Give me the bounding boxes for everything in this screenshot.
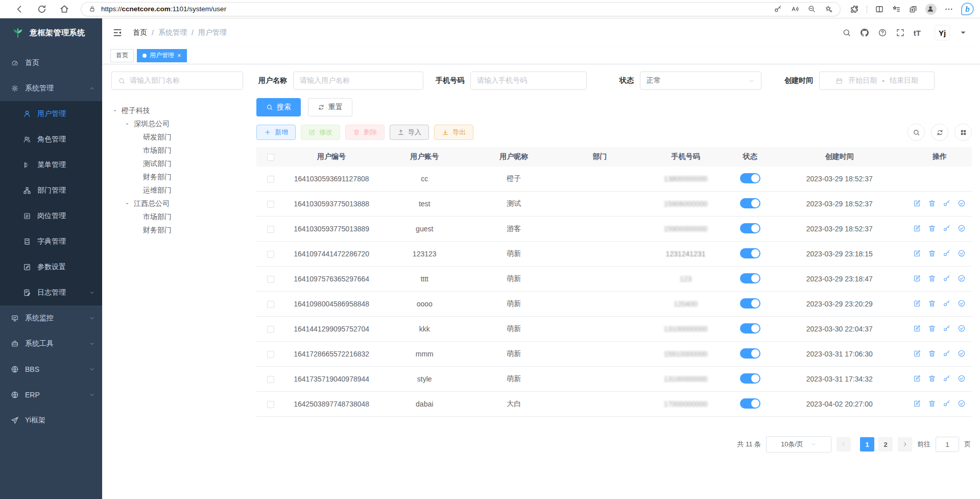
help-icon[interactable] bbox=[878, 28, 887, 37]
page-number-2[interactable]: 2 bbox=[878, 437, 893, 452]
status-toggle[interactable] bbox=[740, 198, 760, 208]
status-toggle[interactable] bbox=[740, 273, 760, 283]
edit-user-icon[interactable] bbox=[913, 249, 921, 257]
row-checkbox[interactable] bbox=[267, 251, 274, 258]
sidebar-item-home[interactable]: 首页 bbox=[0, 50, 102, 76]
edit-user-icon[interactable] bbox=[913, 299, 921, 307]
sidebar-item-erp[interactable]: ERP bbox=[0, 382, 102, 408]
goto-page-input[interactable]: 1 bbox=[936, 437, 959, 452]
tree-node[interactable]: 研发部门 bbox=[111, 131, 256, 144]
sidebar-item-bbs[interactable]: BBS bbox=[0, 357, 102, 382]
status-toggle[interactable] bbox=[740, 373, 760, 384]
tab-用户管理[interactable]: 用户管理× bbox=[137, 49, 187, 62]
table-columns-button[interactable] bbox=[954, 124, 972, 141]
reset-password-icon[interactable] bbox=[943, 349, 951, 358]
row-checkbox[interactable] bbox=[267, 201, 274, 208]
row-checkbox[interactable] bbox=[267, 326, 274, 333]
browser-menu-dots-icon[interactable] bbox=[944, 5, 953, 14]
assign-role-icon[interactable] bbox=[958, 349, 966, 358]
edit-user-icon[interactable] bbox=[913, 199, 921, 207]
edit-user-icon[interactable] bbox=[913, 374, 921, 383]
edit-user-icon[interactable] bbox=[913, 399, 921, 408]
assign-role-icon[interactable] bbox=[958, 299, 966, 307]
sidebar-item-role-mgmt[interactable]: 角色管理 bbox=[0, 127, 102, 152]
reset-password-icon[interactable] bbox=[943, 274, 951, 282]
page-size-select[interactable]: 10条/页 bbox=[766, 436, 831, 453]
row-checkbox[interactable] bbox=[267, 376, 274, 383]
row-checkbox[interactable] bbox=[267, 301, 274, 308]
status-toggle[interactable] bbox=[740, 223, 760, 233]
assign-role-icon[interactable] bbox=[958, 274, 966, 282]
sidebar-collapse-icon[interactable] bbox=[112, 28, 123, 38]
tree-caret-icon[interactable] bbox=[125, 122, 130, 127]
table-refresh-button[interactable] bbox=[931, 124, 948, 141]
collections-icon[interactable] bbox=[909, 5, 918, 14]
delete-button[interactable]: 删除 bbox=[345, 125, 385, 140]
delete-user-icon[interactable] bbox=[928, 399, 936, 408]
delete-user-icon[interactable] bbox=[928, 199, 936, 207]
delete-user-icon[interactable] bbox=[928, 374, 936, 383]
user-avatar[interactable]: Yj bbox=[935, 25, 950, 40]
next-page-button[interactable] bbox=[898, 437, 912, 452]
import-button[interactable]: 导入 bbox=[390, 125, 429, 140]
font-size-icon[interactable]: tT bbox=[914, 29, 921, 37]
sidebar-item-system-mgmt[interactable]: 系统管理 bbox=[0, 76, 102, 101]
delete-user-icon[interactable] bbox=[928, 224, 936, 232]
extensions-icon[interactable] bbox=[850, 5, 859, 14]
assign-role-icon[interactable] bbox=[958, 224, 966, 232]
browser-profile-avatar[interactable] bbox=[925, 4, 937, 15]
browser-back-icon[interactable] bbox=[14, 4, 25, 14]
reset-password-icon[interactable] bbox=[943, 299, 951, 307]
reset-password-icon[interactable] bbox=[943, 199, 951, 207]
tree-node[interactable]: 市场部门 bbox=[111, 210, 256, 224]
close-tab-icon[interactable]: × bbox=[177, 52, 181, 59]
tree-caret-icon[interactable] bbox=[125, 201, 130, 206]
delete-user-icon[interactable] bbox=[928, 274, 936, 282]
row-checkbox[interactable] bbox=[267, 276, 274, 283]
assign-role-icon[interactable] bbox=[958, 324, 966, 332]
tree-node[interactable]: 财务部门 bbox=[111, 171, 256, 184]
sidebar-item-post-mgmt[interactable]: 岗位管理 bbox=[0, 203, 102, 229]
sidebar-item-dict-mgmt[interactable]: 字典管理 bbox=[0, 229, 102, 254]
add-button[interactable]: 新增 bbox=[256, 125, 296, 140]
reset-password-icon[interactable] bbox=[943, 249, 951, 257]
prev-page-button[interactable] bbox=[836, 437, 851, 452]
breadcrumb-item[interactable]: 首页 bbox=[133, 28, 147, 37]
browser-home-icon[interactable] bbox=[59, 4, 69, 14]
caret-down-icon[interactable] bbox=[959, 28, 968, 37]
status-toggle[interactable] bbox=[740, 323, 760, 334]
read-aloud-icon[interactable] bbox=[791, 5, 799, 13]
sidebar-item-log-mgmt[interactable]: 日志管理 bbox=[0, 280, 102, 305]
row-checkbox[interactable] bbox=[267, 401, 274, 408]
reset-button[interactable]: 重置 bbox=[308, 98, 352, 116]
tree-node[interactable]: 市场部门 bbox=[111, 144, 256, 157]
tree-node[interactable]: 财务部门 bbox=[111, 224, 256, 237]
sidebar-item-param-settings[interactable]: 参数设置 bbox=[0, 254, 102, 280]
status-toggle[interactable] bbox=[740, 173, 760, 183]
select-all-checkbox[interactable] bbox=[267, 154, 274, 161]
edit-button[interactable]: 修改 bbox=[301, 125, 340, 140]
github-icon[interactable] bbox=[860, 28, 869, 37]
page-number-1[interactable]: 1 bbox=[860, 437, 874, 452]
tree-caret-icon[interactable] bbox=[112, 108, 117, 113]
row-checkbox[interactable] bbox=[267, 176, 274, 183]
edit-user-icon[interactable] bbox=[913, 274, 921, 282]
reset-password-icon[interactable] bbox=[943, 374, 951, 383]
username-input[interactable]: 请输入用户名称 bbox=[293, 72, 423, 90]
tree-node[interactable]: 运维部门 bbox=[111, 184, 256, 197]
split-screen-icon[interactable] bbox=[875, 5, 884, 14]
search-icon[interactable] bbox=[842, 28, 851, 37]
phone-input[interactable]: 请输入手机号码 bbox=[470, 72, 587, 90]
status-toggle[interactable] bbox=[740, 298, 760, 308]
zoom-out-icon[interactable] bbox=[807, 5, 816, 13]
copilot-icon[interactable]: b bbox=[961, 3, 974, 15]
sidebar-item-dept-mgmt[interactable]: 部门管理 bbox=[0, 178, 102, 203]
table-search-toggle-button[interactable] bbox=[907, 124, 925, 141]
status-select[interactable]: 正常 bbox=[640, 72, 761, 90]
assign-role-icon[interactable] bbox=[958, 374, 966, 383]
edit-user-icon[interactable] bbox=[913, 324, 921, 332]
assign-role-icon[interactable] bbox=[958, 399, 966, 408]
export-button[interactable]: 导出 bbox=[434, 125, 473, 140]
sidebar-item-sys-tools[interactable]: 系统工具 bbox=[0, 331, 102, 357]
assign-role-icon[interactable] bbox=[958, 249, 966, 257]
